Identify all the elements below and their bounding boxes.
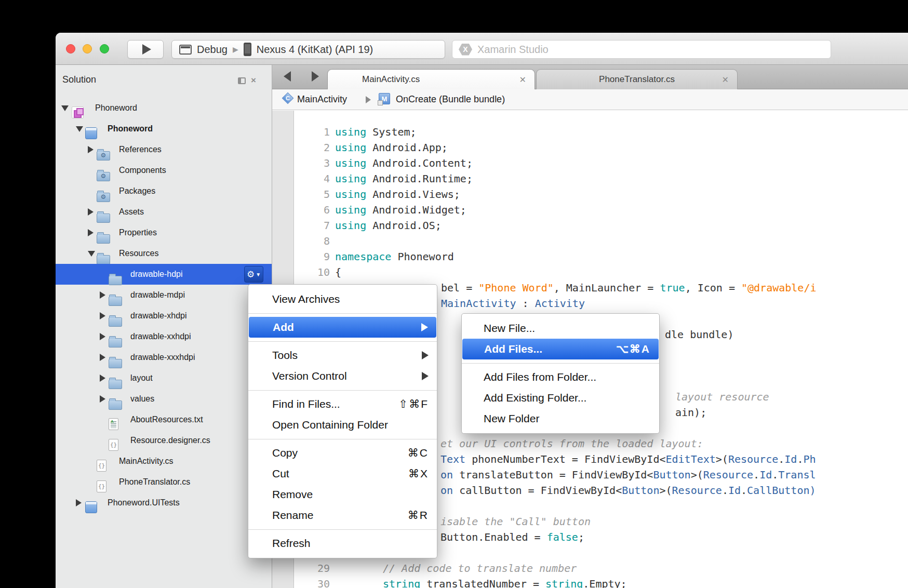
- build-target-selector[interactable]: Debug ▶ Nexus 4 (KitKat) (API 19): [171, 40, 445, 59]
- menu-item-rename[interactable]: Rename⌘R: [248, 505, 437, 526]
- menu-item-add-existing-folder[interactable]: Add Existing Folder...: [462, 387, 659, 408]
- menu-item-label: Tools: [272, 349, 298, 362]
- tree-item-label: Properties: [119, 228, 157, 237]
- close-traffic-light[interactable]: [66, 44, 75, 54]
- add-submenu: New File...Add Files...⌥⌘AAdd Files from…: [461, 313, 660, 434]
- tree-item-resources[interactable]: Resources: [56, 243, 272, 264]
- code-line-29: 29// Add code to translate number: [272, 560, 908, 576]
- expand-icon[interactable]: [100, 395, 105, 403]
- tree-item-properties[interactable]: Properties: [56, 222, 272, 243]
- menu-item-new-file[interactable]: New File...: [462, 318, 659, 339]
- expand-icon[interactable]: [100, 354, 105, 361]
- collapse-icon[interactable]: [76, 126, 83, 132]
- tree-item-label: References: [119, 145, 162, 154]
- tree-item-mainactivity-cs[interactable]: MainActivity.cs: [56, 451, 272, 472]
- menu-item-label: Rename: [272, 509, 313, 522]
- menu-item-label: Add Files...: [484, 343, 542, 355]
- breadcrumb-class[interactable]: MainActivity: [297, 94, 347, 105]
- menu-separator: [248, 435, 437, 443]
- expand-icon[interactable]: [100, 312, 105, 319]
- menu-shortcut: ⇧⌘F: [399, 398, 429, 410]
- menu-separator: [248, 338, 437, 345]
- code-line-2: 2using Android.App;: [272, 140, 908, 155]
- tree-item-phoneword-uitests[interactable]: Phoneword.UITests: [56, 492, 272, 513]
- code-line-10: 10{: [272, 264, 908, 280]
- code-line-7: 7using Android.OS;: [272, 218, 908, 233]
- tree-item-resource-designer-cs[interactable]: Resource.designer.cs: [56, 430, 272, 451]
- menu-item-find-in-files[interactable]: Find in Files...⇧⌘F: [248, 394, 437, 415]
- expand-icon[interactable]: [88, 146, 94, 153]
- tree-item-components[interactable]: Components: [56, 160, 272, 181]
- menu-item-label: Copy: [272, 447, 298, 459]
- tree-item-phonetranslator-cs[interactable]: PhoneTranslator.cs: [56, 472, 272, 492]
- menu-item-add[interactable]: Add: [249, 317, 436, 338]
- tree-item-label: layout: [130, 373, 153, 383]
- tree-item-drawable-mdpi[interactable]: drawable-mdpi: [56, 285, 272, 305]
- code-text: bel = "Phone Word", MainLauncher = true,…: [441, 280, 817, 296]
- menu-item-cut[interactable]: Cut⌘X: [248, 463, 437, 484]
- expand-icon[interactable]: [76, 499, 82, 506]
- expand-icon[interactable]: [88, 229, 94, 236]
- dock-panel-icon[interactable]: [238, 77, 246, 84]
- tree-item-label: Resources: [119, 249, 158, 258]
- menu-item-refresh[interactable]: Refresh: [248, 533, 437, 554]
- menu-item-copy[interactable]: Copy⌘C: [248, 443, 437, 463]
- tree-item-drawable-xxhdpi[interactable]: drawable-xxhdpi: [56, 326, 272, 347]
- close-tab-icon[interactable]: ✕: [519, 75, 526, 85]
- menu-item-add-files-from-folder[interactable]: Add Files from Folder...: [462, 367, 659, 387]
- code-text: using Android.OS;: [335, 218, 442, 233]
- expand-icon[interactable]: [100, 375, 105, 382]
- item-options-gear-button[interactable]: ⚙▼: [244, 266, 263, 283]
- expand-icon[interactable]: [88, 208, 94, 216]
- chevron-right-icon: ▶: [233, 45, 238, 54]
- breadcrumb-member[interactable]: OnCreate (Bundle bundle): [396, 94, 505, 105]
- close-pad-icon[interactable]: ×: [251, 75, 256, 86]
- line-number: 10: [272, 264, 330, 280]
- tree-item-drawable-xxxhdpi[interactable]: drawable-xxxhdpi: [56, 347, 272, 368]
- expand-icon[interactable]: [100, 333, 105, 340]
- tree-item-drawable-xhdpi[interactable]: drawable-xhdpi: [56, 305, 272, 326]
- tree-item-phoneword[interactable]: Phoneword: [56, 118, 272, 139]
- tree-item-label: Phoneword: [108, 124, 153, 133]
- menu-item-label: Add Existing Folder...: [484, 392, 586, 404]
- tab-phonetranslator[interactable]: PhoneTranslator.cs ✕: [536, 69, 738, 89]
- close-tab-icon[interactable]: ✕: [722, 75, 729, 85]
- line-number: 6: [272, 202, 330, 218]
- tree-item-values[interactable]: values: [56, 389, 272, 409]
- tree-item-drawable-hdpi[interactable]: drawable-hdpi⚙▼: [56, 264, 272, 285]
- gear-icon: ⚙: [247, 270, 255, 279]
- expand-icon[interactable]: [100, 291, 105, 299]
- code-line-9: 9namespace Phoneword: [272, 249, 908, 264]
- code-line-30: 30string translatedNumber = string.Empty…: [272, 576, 908, 588]
- menu-item-add-files[interactable]: Add Files...⌥⌘A: [462, 339, 659, 359]
- tree-item-aboutresources-txt[interactable]: AboutResources.txt: [56, 409, 272, 430]
- menu-item-version-control[interactable]: Version Control: [248, 366, 437, 386]
- file-cs-icon: [97, 460, 106, 472]
- xamarin-studio-window: Debug ▶ Nexus 4 (KitKat) (API 19) X Xama…: [56, 33, 908, 588]
- configuration-icon: [179, 45, 192, 55]
- tab-mainactivity[interactable]: MainActivity.cs ✕: [327, 69, 535, 89]
- menu-item-view-archives[interactable]: View Archives: [248, 289, 437, 310]
- menu-item-new-folder[interactable]: New Folder: [462, 408, 659, 429]
- zoom-traffic-light[interactable]: [100, 44, 109, 54]
- tree-item-references[interactable]: References: [56, 139, 272, 160]
- tree-item-label: drawable-hdpi: [130, 270, 183, 279]
- menu-item-open-containing-folder[interactable]: Open Containing Folder: [248, 415, 437, 435]
- folder-gear-icon: [97, 193, 110, 202]
- tree-item-packages[interactable]: Packages: [56, 181, 272, 202]
- collapse-icon[interactable]: [61, 105, 69, 111]
- search-input[interactable]: X Xamarin Studio: [452, 40, 831, 59]
- run-button[interactable]: [127, 40, 164, 59]
- navigate-forward-icon[interactable]: [312, 71, 319, 82]
- tree-item-label: Assets: [119, 207, 144, 217]
- line-number: 30: [272, 576, 330, 588]
- tree-item-phoneword[interactable]: Phoneword: [56, 98, 272, 118]
- menu-item-remove[interactable]: Remove: [248, 484, 437, 505]
- tree-item-assets[interactable]: Assets: [56, 202, 272, 222]
- collapse-icon[interactable]: [88, 251, 95, 257]
- navigate-back-icon[interactable]: [284, 71, 291, 82]
- tree-item-layout[interactable]: layout: [56, 368, 272, 389]
- minimize-traffic-light[interactable]: [83, 44, 92, 54]
- line-number: 9: [272, 249, 330, 264]
- menu-item-tools[interactable]: Tools: [248, 345, 437, 366]
